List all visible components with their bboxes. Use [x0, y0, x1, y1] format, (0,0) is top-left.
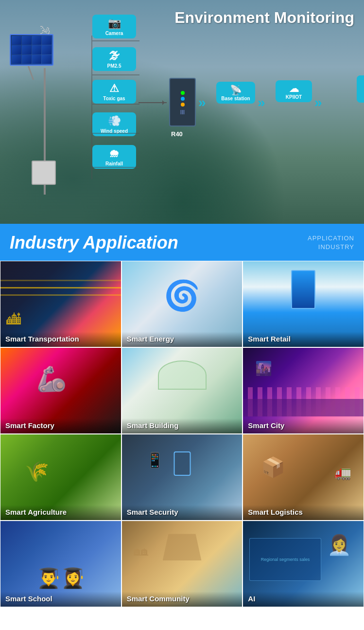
cell-logistics[interactable]: 📦 🚛 Smart Logistics [243, 434, 364, 521]
security-label: Smart Security [122, 505, 243, 520]
h-line-4 [92, 133, 139, 134]
industry-title: Industry Application [10, 233, 178, 253]
community-icon: 🏘 [134, 542, 148, 559]
retail-label: Smart Retail [243, 332, 364, 347]
grid-row-2: 🦾 Smart Factory Smart Building 🌆 Smart C… [0, 347, 364, 434]
solar-panel [10, 34, 53, 66]
industry-application-section: Industry Application APPLICATION INDUSTR… [0, 224, 364, 261]
dome-decoration [158, 360, 207, 390]
cell-retail[interactable]: Smart Retail [243, 261, 364, 347]
city-buildings-decoration [243, 387, 364, 416]
kpiiot-icon: ☁ [278, 83, 310, 94]
arch-decoration [163, 534, 202, 560]
base-station-icon: 📡 [219, 84, 253, 96]
sensor-pm25-label: PM2.5 [95, 63, 134, 69]
transport-label: Smart Transportation [0, 332, 121, 347]
industry-header: Industry Application APPLICATION INDUSTR… [10, 233, 354, 253]
road-decoration [0, 287, 121, 288]
cell-agriculture[interactable]: 🌾 Smart Agriculture [0, 434, 121, 521]
base-station-label: Base station [219, 96, 253, 101]
solar-support [28, 66, 34, 80]
alarm-box: 📞 Calling Alarm [357, 75, 364, 103]
ai-data: Regional segments sales [260, 556, 312, 563]
h-line-3 [92, 104, 139, 105]
r40-device: |||| [169, 78, 196, 126]
security-cam-icon: 📱 [146, 451, 164, 468]
cell-security[interactable]: 📱 Smart Security [121, 434, 243, 521]
kpiiot-box: ☁ KPIIOT [276, 80, 312, 102]
cell-energy[interactable]: 🌀 Smart Energy [121, 261, 243, 347]
truck-icon: 🚛 [334, 465, 351, 481]
city-label: Smart City [243, 418, 364, 433]
r40-light-3 [181, 103, 185, 107]
industry-subtitle: APPLICATION INDUSTRY [308, 234, 354, 252]
industry-grid: 🏙 Smart Transportation 🌀 Smart Energy Sm… [0, 261, 364, 607]
school-label: Smart School [0, 592, 121, 607]
kpiiot-label: KPIIOT [278, 94, 310, 100]
factory-label: Smart Factory [0, 418, 121, 433]
tablet-icon [173, 451, 191, 476]
students-icon: 👨‍🎓👩‍🎓 [36, 567, 85, 590]
cell-transport[interactable]: 🏙 Smart Transportation [0, 261, 121, 347]
subtitle-line2: INDUSTRY [318, 243, 354, 251]
ai-label: AI [243, 592, 364, 607]
double-arrow-2: » [258, 95, 265, 110]
camera-icon: 📷 [95, 17, 134, 30]
sensor-camera: 📷 Camera [92, 15, 136, 38]
cell-factory[interactable]: 🦾 Smart Factory [0, 347, 121, 434]
sensor-rain-label: Rainfall [95, 161, 134, 166]
sensor-pm25: 🌫 PM2.5 [92, 47, 136, 71]
double-arrow-3: » [314, 95, 322, 110]
grid-row-3: 🌾 Smart Agriculture 📱 Smart Security 📦 🚛… [0, 434, 364, 521]
wind-icon: 💨 [95, 115, 134, 127]
robot-icon: 🦾 [36, 365, 67, 393]
vertical-connector [91, 36, 92, 179]
sensor-toxic: ⚠ Toxic gas [92, 80, 136, 104]
cell-building[interactable]: Smart Building [121, 347, 243, 434]
pm25-icon: 🌫 [95, 50, 134, 62]
wind-turbine-icon: 🌀 [164, 278, 200, 313]
ai-person-icon: 👩‍💼 [327, 534, 351, 557]
vending-icon [291, 270, 315, 309]
double-arrow-1: » [198, 95, 206, 110]
building-label: Smart Building [122, 418, 243, 433]
cell-ai[interactable]: 👩‍💼 Regional segments sales AI [243, 521, 364, 607]
alarm-label: Calling Alarm [359, 90, 364, 100]
sensors-column: 📷 Camera 🌫 PM2.5 ⚠ Toxic gas 💨 Wind spee… [92, 15, 136, 169]
arrow-sensors-r40 [139, 102, 167, 103]
r40-light-2 [181, 97, 185, 101]
weather-station: 🌬 [5, 19, 83, 204]
ai-screen: Regional segments sales [249, 538, 322, 581]
sprinkler-icon: 🌾 [25, 460, 49, 483]
city-silhouette: 🏙 [6, 311, 21, 328]
city-icon: 🌆 [255, 360, 272, 377]
station-box [32, 161, 56, 185]
community-label: Smart Community [122, 592, 243, 607]
sensor-rain: 🌧 Rainfall [92, 145, 136, 169]
toxic-icon: ⚠ [95, 82, 134, 95]
agriculture-label: Smart Agriculture [0, 505, 121, 520]
r40-ports: |||| [180, 109, 185, 114]
r40-light-1 [181, 91, 185, 95]
base-station-box: 📡 Base station [216, 82, 255, 104]
sensor-camera-label: Camera [95, 31, 134, 36]
grid-row-1: 🏙 Smart Transportation 🌀 Smart Energy Sm… [0, 261, 364, 347]
grid-row-4: 👨‍🎓👩‍🎓 Smart School 🏘 Smart Community 👩‍… [0, 521, 364, 607]
h-line-1 [92, 40, 139, 41]
sensor-toxic-label: Toxic gas [95, 96, 134, 101]
r40-label: R40 [171, 130, 183, 138]
cell-community[interactable]: 🏘 Smart Community [121, 521, 243, 607]
rain-icon: 🌧 [95, 147, 134, 160]
alarm-icon: 📞 [359, 78, 364, 90]
energy-label: Smart Energy [122, 332, 243, 347]
subtitle-line1: APPLICATION [308, 234, 354, 242]
environment-monitoring-section: Environment Monitoring 🌬 📷 Camera 🌫 PM2.… [0, 0, 364, 224]
h-line-2 [92, 74, 139, 75]
logistics-label: Smart Logistics [243, 505, 364, 520]
cell-city[interactable]: 🌆 Smart City [243, 347, 364, 434]
env-title: Environment Monitoring [174, 9, 354, 27]
cell-school[interactable]: 👨‍🎓👩‍🎓 Smart School [0, 521, 121, 607]
h-line-5 [92, 167, 139, 168]
boxes-icon: 📦 [261, 456, 285, 479]
